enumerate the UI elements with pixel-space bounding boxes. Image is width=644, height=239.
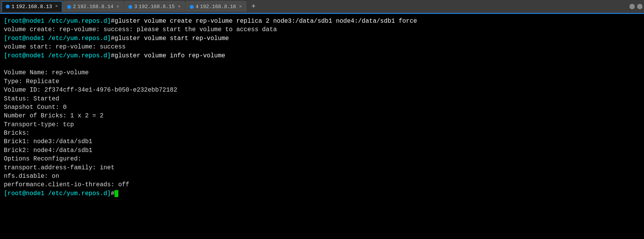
terminal-output: volume create: rep-volume: success: plea…: [4, 26, 277, 33]
terminal-output: volume start: rep-volume: success: [4, 43, 126, 50]
tab-label-4: 192.168.8.16: [200, 4, 236, 10]
tab-icon-4: [190, 5, 194, 9]
terminal-cursor: [115, 190, 118, 197]
prompt-path: [root@node1 /etc/yum.repos.d]: [4, 35, 111, 42]
terminal-output: transport.address-family: inet: [4, 164, 115, 171]
terminal-command: #gluster volume create rep-volume replic…: [111, 18, 417, 25]
terminal-line: [root@node1 /etc/yum.repos.d]#: [4, 189, 640, 198]
tab-close-3[interactable]: ×: [178, 4, 181, 10]
tab-icon-2: [67, 5, 71, 9]
terminal-output: nfs.disable: on: [4, 173, 59, 180]
terminal-line: [root@node1 /etc/yum.repos.d]#gluster vo…: [4, 52, 640, 60]
window-controls: [629, 4, 642, 9]
terminal-output: Status: Started: [4, 95, 59, 102]
terminal-output: Options Reconfigured:: [4, 155, 81, 162]
terminal-output: Brick2: node4:/data/sdb1: [4, 147, 92, 154]
terminal-output: Type: Replicate: [4, 78, 59, 85]
tab-icon-1: [6, 5, 10, 8]
terminal-line: Number of Bricks: 1 x 2 = 2: [4, 112, 640, 120]
terminal-line: volume start: rep-volume: success: [4, 43, 640, 51]
terminal-output: Snapshot Count: 0: [4, 104, 66, 111]
terminal-line: Type: Replicate: [4, 77, 640, 86]
terminal-line: Brick1: node3:/data/sdb1: [4, 137, 640, 146]
terminal-line: [root@node1 /etc/yum.repos.d]#gluster vo…: [4, 34, 640, 43]
terminal-command: #gluster volume info rep-volume: [111, 52, 225, 59]
tab-close-2[interactable]: ×: [116, 4, 119, 10]
tab-3[interactable]: 3 192.168.8.15×: [124, 1, 185, 12]
terminal-line: [root@node1 /etc/yum.repos.d]#gluster vo…: [4, 17, 640, 25]
tab-4[interactable]: 4 192.168.8.16×: [186, 1, 246, 12]
terminal-line: volume create: rep-volume: success: plea…: [4, 25, 640, 34]
prompt-path: [root@node1 /etc/yum.repos.d]: [4, 18, 111, 25]
tab-num-1: 1: [12, 4, 15, 10]
tab-num-4: 4: [196, 4, 199, 10]
tab-num-2: 2: [73, 4, 76, 10]
terminal-output: Transport-type: tcp: [4, 121, 74, 128]
prompt-path: [root@node1 /etc/yum.repos.d]: [4, 52, 111, 59]
terminal-line: nfs.disable: on: [4, 172, 640, 181]
tab-1[interactable]: 1 192.168.8.13×: [2, 1, 62, 12]
terminal-output: Volume Name: rep-volume: [4, 69, 89, 76]
tab-close-4[interactable]: ×: [239, 4, 242, 10]
tab-num-3: 3: [134, 4, 137, 10]
terminal-output: Volume ID: 2f374cff-34e1-4976-b050-e232e…: [4, 87, 177, 94]
terminal-line: Status: Started: [4, 95, 640, 103]
terminal-line: Transport-type: tcp: [4, 120, 640, 129]
tab-bar: 1 192.168.8.13×2 192.168.8.14×3 192.168.…: [0, 0, 644, 14]
tab-label-1: 192.168.8.13: [16, 4, 52, 10]
maximize-button[interactable]: [637, 4, 642, 9]
minimize-button[interactable]: [629, 4, 635, 9]
terminal-output: Brick1: node3:/data/sdb1: [4, 138, 92, 145]
new-tab-button[interactable]: +: [249, 2, 259, 12]
terminal-output: performance.client-io-threads: off: [4, 181, 129, 188]
tab-label-2: 192.168.8.14: [77, 4, 113, 10]
terminal-line: Volume Name: rep-volume: [4, 69, 640, 77]
terminal-command: #gluster volume start rep-volume: [111, 35, 229, 42]
terminal-line: Bricks:: [4, 129, 640, 137]
terminal-line: performance.client-io-threads: off: [4, 181, 640, 189]
terminal-line: Snapshot Count: 0: [4, 103, 640, 112]
terminal-output: Bricks:: [4, 130, 30, 137]
tab-close-1[interactable]: ×: [55, 4, 58, 9]
terminal-command: #: [111, 190, 115, 197]
terminal-line: Options Reconfigured:: [4, 155, 640, 163]
terminal-output: Number of Bricks: 1 x 2 = 2: [4, 112, 103, 119]
terminal: [root@node1 /etc/yum.repos.d]#gluster vo…: [0, 14, 644, 239]
tab-label-3: 192.168.8.15: [139, 4, 175, 10]
terminal-line: [4, 60, 640, 69]
tab-icon-3: [128, 5, 132, 9]
prompt-path: [root@node1 /etc/yum.repos.d]: [4, 190, 111, 197]
tab-2[interactable]: 2 192.168.8.14×: [63, 1, 124, 12]
terminal-line: transport.address-family: inet: [4, 164, 640, 172]
terminal-line: Volume ID: 2f374cff-34e1-4976-b050-e232e…: [4, 86, 640, 94]
terminal-line: Brick2: node4:/data/sdb1: [4, 146, 640, 155]
